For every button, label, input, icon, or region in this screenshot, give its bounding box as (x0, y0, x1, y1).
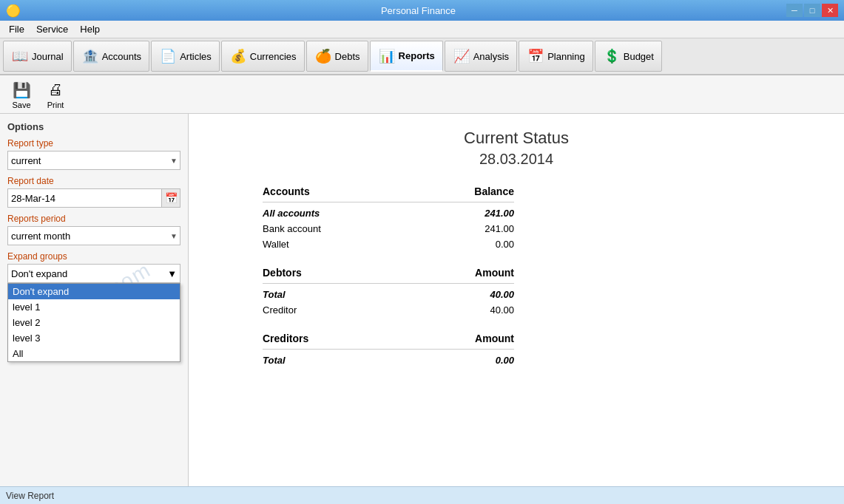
accounts-row-0-value: 241.00 (455, 208, 514, 219)
tab-planning[interactable]: 📅 Planning (519, 41, 593, 72)
tab-debts-label: Debts (335, 51, 360, 62)
print-icon: 🖨 (45, 80, 66, 101)
expand-option-dont-expand[interactable]: Don't expand (8, 284, 180, 299)
menu-bar: File Service Help (0, 21, 844, 38)
debtors-section: Debtors Amount Total 40.00 Creditor 40.0… (218, 267, 814, 318)
tab-currencies-label: Currencies (250, 51, 297, 62)
creditors-col-header: Creditors (263, 333, 374, 344)
creditors-section: Creditors Amount Total 0.00 (218, 333, 814, 368)
accounts-row-2-name: Wallet (263, 239, 374, 250)
expand-option-level1[interactable]: level 1 (8, 299, 180, 315)
print-label: Print (47, 101, 64, 109)
expand-option-level3[interactable]: level 3 (8, 330, 180, 346)
debtors-row-1-name: Creditor (263, 304, 374, 316)
currencies-icon: 💰 (229, 47, 247, 65)
accounts-row-0-name: All accounts (263, 208, 374, 219)
debts-icon: 🍊 (314, 47, 332, 65)
report-date-input[interactable] (7, 188, 161, 208)
accounts-row-0: All accounts 241.00 (263, 205, 514, 221)
accounts-table: Accounts Balance All accounts 241.00 Ban… (263, 185, 514, 252)
expand-groups-list: Don't expand level 1 level 2 level 3 All (7, 283, 180, 362)
journal-icon: 📖 (11, 47, 29, 65)
planning-icon: 📅 (527, 47, 544, 65)
tab-analysis[interactable]: 📈 Analysis (445, 41, 517, 72)
creditors-table: Creditors Amount Total 0.00 (263, 333, 514, 368)
title-bar: 🟡 Personal Finance ─ □ ✕ (0, 0, 844, 21)
report-date-label: Report date (7, 176, 180, 186)
action-bar: 💾 Save 🖨 Print (0, 75, 844, 114)
debtors-row-0-name: Total (263, 289, 374, 300)
debtors-row-1: Creditor 40.00 (263, 302, 514, 318)
print-button[interactable]: 🖨 Print (40, 78, 71, 112)
expand-groups-label: Expand groups (7, 251, 180, 262)
creditors-amount-col-header: Amount (455, 333, 514, 344)
balance-col-header: Balance (455, 185, 514, 197)
expand-option-all[interactable]: All (8, 346, 180, 361)
window-controls: ─ □ ✕ (786, 4, 838, 17)
tab-currencies[interactable]: 💰 Currencies (221, 41, 305, 72)
expand-option-level2[interactable]: level 2 (8, 315, 180, 330)
report-date-display: 28.03.2014 (218, 151, 814, 168)
right-panel: Current Status 28.03.2014 Accounts Balan… (189, 114, 844, 486)
creditors-row-0: Total 0.00 (263, 353, 514, 368)
report-type-select-wrapper: current period comparison ▼ (7, 151, 180, 170)
tab-budget[interactable]: 💲 Budget (595, 41, 662, 72)
window-title: Personal Finance (50, 5, 786, 16)
status-text: View Report (6, 491, 54, 501)
tab-planning-label: Planning (547, 51, 585, 62)
tab-accounts[interactable]: 🏦 Accounts (73, 41, 149, 72)
tab-journal[interactable]: 📖 Journal (3, 41, 72, 72)
tab-debts[interactable]: 🍊 Debts (306, 41, 368, 72)
accounts-table-header: Accounts Balance (263, 185, 514, 202)
tab-toolbar: 📖 Journal 🏦 Accounts 📄 Articles 💰 Curren… (0, 38, 844, 75)
minimize-button[interactable]: ─ (786, 4, 803, 17)
accounts-section: Accounts Balance All accounts 241.00 Ban… (218, 185, 814, 252)
debtors-row-0: Total 40.00 (263, 287, 514, 302)
reports-period-select-wrapper: current month last month current year la… (7, 226, 180, 245)
creditors-row-0-value: 0.00 (455, 355, 514, 366)
accounts-row-2: Wallet 0.00 (263, 236, 514, 252)
expand-groups-arrow: ▼ (167, 268, 177, 279)
accounts-row-1: Bank account 241.00 (263, 221, 514, 236)
options-title: Options (7, 121, 180, 132)
tab-analysis-label: Analysis (473, 51, 509, 62)
reports-icon: 📊 (378, 47, 396, 65)
analysis-icon: 📈 (453, 47, 470, 65)
report-type-label: Report type (7, 138, 180, 149)
close-button[interactable]: ✕ (822, 4, 838, 17)
status-bar: View Report (0, 486, 844, 504)
debtors-amount-col-header: Amount (455, 267, 514, 279)
menu-file[interactable]: File (3, 22, 30, 36)
expand-groups-value: Don't expand (11, 268, 67, 279)
accounts-row-1-value: 241.00 (455, 223, 514, 234)
save-button[interactable]: 💾 Save (6, 78, 37, 112)
tab-articles[interactable]: 📄 Articles (151, 41, 220, 72)
articles-icon: 📄 (159, 47, 177, 65)
accounts-row-1-name: Bank account (263, 223, 374, 234)
creditors-table-header: Creditors Amount (263, 333, 514, 350)
creditors-row-0-name: Total (263, 355, 374, 366)
tab-budget-label: Budget (624, 51, 654, 62)
menu-help[interactable]: Help (74, 22, 106, 36)
expand-groups-dropdown[interactable]: Don't expand ▼ Don't expand level 1 leve… (7, 264, 180, 283)
tab-articles-label: Articles (180, 51, 212, 62)
debtors-col-header: Debtors (263, 267, 374, 279)
debtors-table: Debtors Amount Total 40.00 Creditor 40.0… (263, 267, 514, 318)
reports-period-label: Reports period (7, 214, 180, 224)
expand-groups-display[interactable]: Don't expand ▼ (7, 264, 180, 283)
maximize-button[interactable]: □ (804, 4, 820, 17)
tab-reports[interactable]: 📊 Reports (370, 41, 443, 72)
debtors-row-0-value: 40.00 (455, 289, 514, 300)
report-date-wrapper: 📅 (7, 188, 180, 208)
tab-reports-label: Reports (399, 50, 435, 61)
save-label: Save (12, 101, 30, 109)
budget-icon: 💲 (603, 47, 621, 65)
menu-service[interactable]: Service (30, 22, 74, 36)
report-type-select[interactable]: current period comparison (7, 151, 180, 170)
debtors-table-header: Debtors Amount (263, 267, 514, 284)
accounts-row-2-value: 0.00 (455, 239, 514, 250)
accounts-icon: 🏦 (81, 47, 99, 65)
debtors-row-1-value: 40.00 (455, 304, 514, 316)
date-picker-button[interactable]: 📅 (161, 188, 180, 208)
reports-period-select[interactable]: current month last month current year la… (7, 226, 180, 245)
